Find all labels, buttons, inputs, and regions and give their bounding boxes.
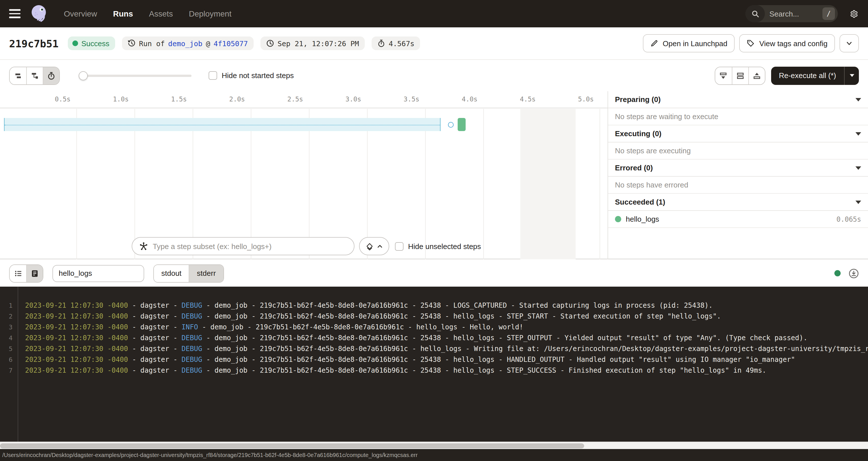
gridline-2.5s <box>309 109 309 259</box>
hide-not-started-checkbox-row[interactable]: Hide not started steps <box>209 71 294 80</box>
panel-section-header[interactable]: Executing (0) <box>608 125 868 143</box>
reexecute-dropdown-button[interactable] <box>844 66 859 85</box>
reexecute-label[interactable]: Re-execute all (*) <box>771 66 844 85</box>
gantt-chart-area: Type a step subset (ex: hello_logs+) <box>0 109 608 259</box>
gridline-0.5s <box>76 109 77 259</box>
collapse-top-panel-button[interactable] <box>715 67 732 84</box>
hide-unselected-label: Hide unselected steps <box>408 242 481 250</box>
section-caret-icon <box>856 132 861 135</box>
panel-section-header[interactable]: Errored (0) <box>608 159 868 177</box>
panel-split-icon <box>736 71 745 80</box>
run-id: 219c7b51 <box>9 37 58 49</box>
hide-unselected-checkbox[interactable] <box>395 242 404 250</box>
step-waiting-band <box>4 118 440 131</box>
gantt-chart: 0.5s1.0s1.5s2.0s2.5s3.0s3.5s4.0s4.5s5.0s <box>0 91 608 259</box>
section-caret-icon <box>856 98 861 101</box>
hide-not-started-label: Hide not started steps <box>222 71 294 80</box>
hide-not-started-checkbox[interactable] <box>209 71 217 80</box>
step-bar-hello-logs[interactable] <box>458 118 466 131</box>
panel-section-header[interactable]: Preparing (0) <box>608 91 868 108</box>
waterfall-view-button[interactable] <box>26 67 43 84</box>
panel-collapse-up-icon <box>752 71 761 80</box>
axis-tick-5.0s: 5.0s <box>570 95 602 103</box>
more-actions-button[interactable] <box>839 34 859 53</box>
gridline-3.5s <box>425 109 426 259</box>
top-nav: OverviewRunsAssetsDeployment Search... / <box>0 0 868 27</box>
success-dot-icon <box>72 40 78 46</box>
gantt-toolbar: Hide not started steps <box>0 59 868 91</box>
log-step-filter-input[interactable]: hello_logs <box>53 265 144 282</box>
gridline-2.0s <box>251 109 251 259</box>
nav-link-overview[interactable]: Overview <box>64 9 97 18</box>
flat-view-button[interactable] <box>10 67 26 84</box>
reexecute-button[interactable]: Re-execute all (*) <box>771 66 859 85</box>
gantt-overflow-region <box>520 109 576 259</box>
caret-down-icon <box>849 74 854 77</box>
split-panels-button[interactable] <box>732 67 748 84</box>
gridline-1.5s <box>193 109 193 259</box>
raw-log-document-icon <box>30 269 39 278</box>
tab-stdout[interactable]: stdout <box>154 265 189 282</box>
gridline-1.0s <box>134 109 135 259</box>
log-step-filter-value: hello_logs <box>59 269 92 278</box>
status-badge: Success <box>67 36 115 50</box>
raw-log-viewer[interactable]: 12023-09-21 12:07:30 -0400 - dagster - D… <box>0 287 868 442</box>
panel-section-header[interactable]: Succeeded (1) <box>608 194 868 211</box>
step-marker-circle <box>448 122 454 128</box>
caret-up-icon <box>377 243 383 249</box>
timestamp-tag: Sep 21, 12:07:26 PM <box>260 36 365 50</box>
open-in-launchpad-button[interactable]: Open in Launchpad <box>643 34 735 53</box>
download-log-button[interactable] <box>848 268 859 278</box>
search-input[interactable]: Search... / <box>745 5 838 22</box>
log-line: 22023-09-21 12:07:30 -0400 - dagster - D… <box>0 311 868 322</box>
dagster-logo[interactable] <box>29 3 49 24</box>
section-caret-icon <box>856 166 861 170</box>
axis-tick-4.5s: 4.5s <box>512 95 544 103</box>
collapse-bottom-panel-button[interactable] <box>748 67 765 84</box>
log-line: 12023-09-21 12:07:30 -0400 - dagster - D… <box>0 300 868 311</box>
search-icon <box>745 5 765 22</box>
duration-tag: 4.567s <box>372 36 420 50</box>
horizontal-scrollbar[interactable] <box>0 442 868 449</box>
clock-icon <box>266 39 274 47</box>
layers-icon <box>365 242 374 250</box>
search-placeholder: Search... <box>769 9 823 18</box>
gear-icon[interactable] <box>849 9 859 19</box>
job-link[interactable]: demo_job <box>168 39 202 48</box>
section-caret-icon <box>856 200 861 204</box>
gridline-5.0s <box>599 109 600 259</box>
raw-logs-button[interactable] <box>26 265 43 282</box>
panel-collapse-down-icon <box>719 71 728 80</box>
history-icon <box>128 39 136 47</box>
axis-tick-2.0s: 2.0s <box>221 95 253 103</box>
panel-empty-message: No steps are waiting to execute <box>608 108 868 125</box>
axis-tick-3.5s: 3.5s <box>396 95 428 103</box>
run-main-area: 0.5s1.0s1.5s2.0s2.5s3.0s3.5s4.0s4.5s5.0s <box>0 91 868 259</box>
search-shortcut-key: / <box>823 7 835 20</box>
snapshot-link[interactable]: 4f105077 <box>214 39 248 48</box>
log-line: 62023-09-21 12:07:30 -0400 - dagster - D… <box>0 355 868 365</box>
hamburger-menu-icon[interactable] <box>9 9 21 18</box>
panel-step-row[interactable]: hello_logs0.065s <box>608 211 868 228</box>
structured-logs-button[interactable] <box>10 265 26 282</box>
view-tags-config-button[interactable]: View tags and config <box>740 34 835 53</box>
run-of-tag: Run of demo_job @ 4f105077 <box>122 36 254 50</box>
nav-link-runs[interactable]: Runs <box>113 9 133 18</box>
stopwatch-icon <box>377 39 385 47</box>
horizontal-scrollbar-thumb[interactable] <box>0 443 584 449</box>
waterfall-icon <box>30 71 39 80</box>
gantt-axis: 0.5s1.0s1.5s2.0s2.5s3.0s3.5s4.0s4.5s5.0s <box>0 91 608 108</box>
graph-query-expand-button[interactable] <box>359 237 389 255</box>
zoom-slider[interactable] <box>79 74 191 76</box>
nav-link-deployment[interactable]: Deployment <box>189 9 231 18</box>
chevron-down-icon <box>845 39 853 47</box>
gridline-4.0s <box>483 109 484 259</box>
zoom-slider-knob[interactable] <box>79 71 88 80</box>
nav-link-assets[interactable]: Assets <box>149 9 173 18</box>
tab-stderr[interactable]: stderr <box>189 265 223 282</box>
timed-view-button[interactable] <box>43 67 59 84</box>
step-subset-row: Type a step subset (ex: hello_logs+) <box>132 237 481 255</box>
log-line: 72023-09-21 12:07:30 -0400 - dagster - D… <box>0 365 868 376</box>
hide-unselected-checkbox-row[interactable]: Hide unselected steps <box>395 242 481 250</box>
step-subset-input[interactable]: Type a step subset (ex: hello_logs+) <box>132 237 354 255</box>
